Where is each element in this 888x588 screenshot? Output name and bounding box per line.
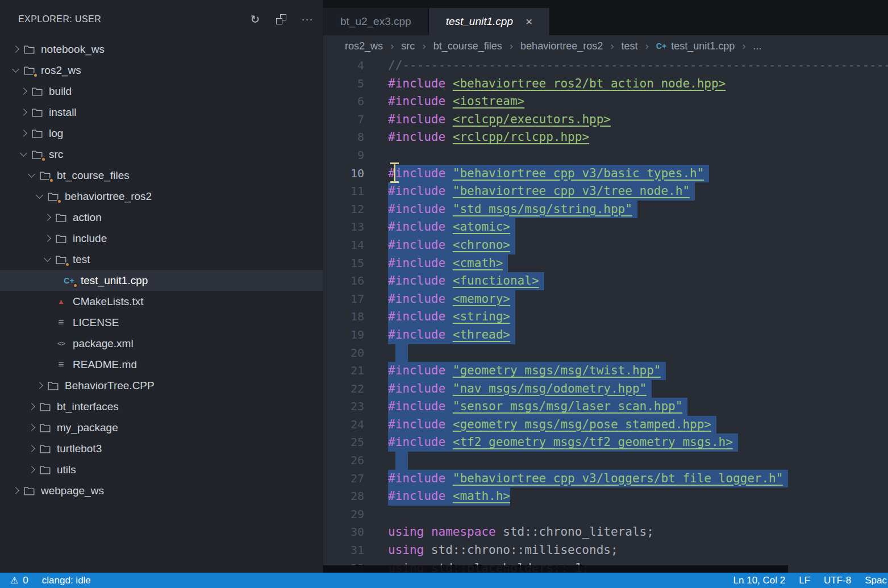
tab-label: bt_u2_ex3.cpp (340, 15, 411, 28)
status-item-clangd: idle[interactable]: clangd: idle (35, 573, 98, 588)
status-item-UTF-8[interactable]: UTF-8 (817, 573, 858, 588)
tree-item-label: behaviortree_ros2 (65, 190, 152, 203)
code-line-10[interactable]: 10#include "behaviortree_cpp_v3/basic_ty… (323, 165, 888, 183)
tree-item-build[interactable]: build (0, 81, 323, 102)
breadcrumb-item-behaviortree_ros2[interactable]: behaviortree_ros2 (520, 40, 603, 52)
code-line-22[interactable]: 22#include "nav_msgs/msg/odometry.hpp" (323, 380, 888, 398)
code-line-28[interactable]: 28#include <math.h> (323, 487, 888, 506)
tab-test_unit1.cpp[interactable]: test_unit1.cpp× (429, 8, 551, 35)
tree-item-label: notebook_ws (41, 43, 105, 56)
tree-item-my_package[interactable]: my_package (0, 417, 323, 438)
code-area[interactable]: 4//-------------------------------------… (323, 57, 888, 573)
code-line-21[interactable]: 21#include "geometry_msgs/msg/twist.hpp" (323, 362, 888, 380)
folder-icon (31, 86, 44, 97)
tree-item-install[interactable]: install (0, 102, 323, 123)
tree-item-turtlebot3[interactable]: turtlebot3 (0, 438, 323, 459)
tree-item-ros2_ws[interactable]: ros2_ws (0, 60, 323, 81)
chevron-right-icon (24, 404, 39, 409)
open-editors-icon[interactable] (275, 13, 287, 26)
code-line-29[interactable]: 29 (323, 506, 888, 524)
tree-item-webpage_ws[interactable]: webpage_ws (0, 480, 323, 501)
tree-item-log[interactable]: log (0, 123, 323, 144)
tree-item-BehaviorTree.CPP[interactable]: BehaviorTree.CPP (0, 375, 323, 396)
code-line-12[interactable]: 12#include "std_msgs/msg/string.hpp" (323, 201, 888, 219)
icon-shape (276, 18, 282, 24)
code-line-13[interactable]: 13#include <atomic> (323, 218, 888, 236)
tree-item-notebook_ws[interactable]: notebook_ws (0, 39, 323, 60)
tree-item-bt_interfaces[interactable]: bt_interfaces (0, 396, 323, 417)
code-line-26[interactable]: 26 (323, 452, 888, 470)
breadcrumb-separator-icon: › (422, 40, 426, 52)
tree-item-test[interactable]: test (0, 249, 323, 270)
code-line-4[interactable]: 4//-------------------------------------… (323, 57, 888, 75)
tab-bt_u2_ex3.cpp[interactable]: bt_u2_ex3.cpp (323, 8, 429, 35)
breadcrumb-item-test_unit1.cpp[interactable]: C+test_unit1.cpp (656, 40, 735, 52)
tree-item-label: my_package (57, 422, 118, 434)
status-item-Spac[interactable]: Spac (858, 573, 888, 588)
tree-item-behaviortree_ros2[interactable]: behaviortree_ros2 (0, 186, 323, 207)
modified-indicator (65, 262, 70, 267)
code-line-11[interactable]: 11#include "behaviortree_cpp_v3/tree_nod… (323, 182, 888, 201)
tree-item-include[interactable]: include (0, 228, 323, 249)
code-line-9[interactable]: 9 (323, 147, 888, 165)
code-token: #include (388, 182, 445, 201)
status-item-LF[interactable]: LF (792, 573, 817, 588)
tree-item-src[interactable]: src (0, 144, 323, 165)
breadcrumb-item-ros2_ws[interactable]: ros2_ws (345, 40, 383, 52)
chevron-right-icon (16, 110, 31, 115)
refresh-explorer-icon[interactable] (249, 13, 261, 26)
status-item-0[interactable]: ⚠0 (3, 573, 35, 588)
breadcrumb-item-...[interactable]: ... (753, 40, 762, 52)
code-line-31[interactable]: 31using std::chrono::milliseconds; (323, 541, 888, 560)
selection-trail (539, 272, 544, 290)
code-line-25[interactable]: 25#include <tf2_geometry_msgs/tf2_geomet… (323, 433, 888, 452)
code-line-30[interactable]: 30using namespace std::chrono_literals; (323, 523, 888, 541)
status-label: LF (799, 575, 810, 586)
file-icon-glyph: ≡ (59, 360, 64, 369)
status-item-Ln 10, Col 2[interactable]: Ln 10, Col 2 (727, 573, 793, 588)
breadcrumb-label: test_unit1.cpp (671, 40, 735, 52)
code-line-16[interactable]: 16#include <functional> (323, 272, 888, 290)
tree-item-test_unit1.cpp[interactable]: C+test_unit1.cpp (0, 270, 323, 291)
tree-item-utils[interactable]: utils (0, 459, 323, 480)
file-icon-glyph: ≡ (59, 318, 64, 327)
line-number: 11 (323, 182, 364, 201)
tree-item-package.xml[interactable]: <>package.xml (0, 333, 323, 354)
code-line-15[interactable]: 15#include <cmath> (323, 255, 888, 273)
chevron-shape (20, 109, 27, 116)
tree-item-CMakeLists.txt[interactable]: ▲CMakeLists.txt (0, 291, 323, 312)
code-line-14[interactable]: 14#include <chrono> (323, 236, 888, 255)
code-line-17[interactable]: 17#include <memory> (323, 290, 888, 308)
code-token: "behaviortree_cpp_v3/loggers/bt_file_log… (453, 470, 783, 488)
code-line-5[interactable]: 5#include <behaviortree_ros2/bt_action_n… (323, 75, 888, 93)
code-line-18[interactable]: 18#include <string> (323, 308, 888, 326)
breadcrumb-item-bt_course_files[interactable]: bt_course_files (433, 40, 502, 52)
horizontal-scrollbar-thumb[interactable] (323, 565, 788, 573)
code-line-7[interactable]: 7#include <rclcpp/executors.hpp> (323, 111, 888, 129)
code-token (445, 416, 453, 434)
code-token: <rclcpp/rclcpp.hpp> (453, 128, 589, 147)
code-token: #include (388, 201, 445, 219)
code-token: #include (388, 93, 445, 111)
chevron-shape (28, 424, 35, 431)
line-number: 23 (323, 398, 364, 416)
code-line-27[interactable]: 27#include "behaviortree_cpp_v3/loggers/… (323, 470, 888, 488)
selection-trail (510, 218, 515, 236)
code-line-23[interactable]: 23#include "sensor_msgs/msg/laser_scan.h… (323, 398, 888, 416)
breadcrumb-item-test[interactable]: test (622, 40, 638, 52)
code-line-20[interactable]: 20 (323, 344, 888, 362)
tree-item-bt_course_files[interactable]: bt_course_files (0, 165, 323, 186)
more-actions-icon[interactable] (301, 13, 314, 26)
breadcrumb-item-src[interactable]: src (401, 40, 415, 52)
tree-item-action[interactable]: action (0, 207, 323, 228)
code-line-8[interactable]: 8#include <rclcpp/rclcpp.hpp> (323, 128, 888, 147)
tree-item-README.md[interactable]: ≡README.md (0, 354, 323, 375)
close-icon[interactable]: × (526, 15, 532, 28)
line-number: 16 (323, 272, 364, 290)
code-line-6[interactable]: 6#include <iostream> (323, 93, 888, 111)
tree-item-LICENSE[interactable]: ≡LICENSE (0, 312, 323, 333)
code-line-24[interactable]: 24#include <geometry_msgs/msg/pose_stamp… (323, 416, 888, 434)
folder-icon (23, 485, 36, 497)
line-content: #include <rclcpp/executors.hpp> (388, 111, 611, 124)
code-line-19[interactable]: 19#include <thread> (323, 326, 888, 344)
